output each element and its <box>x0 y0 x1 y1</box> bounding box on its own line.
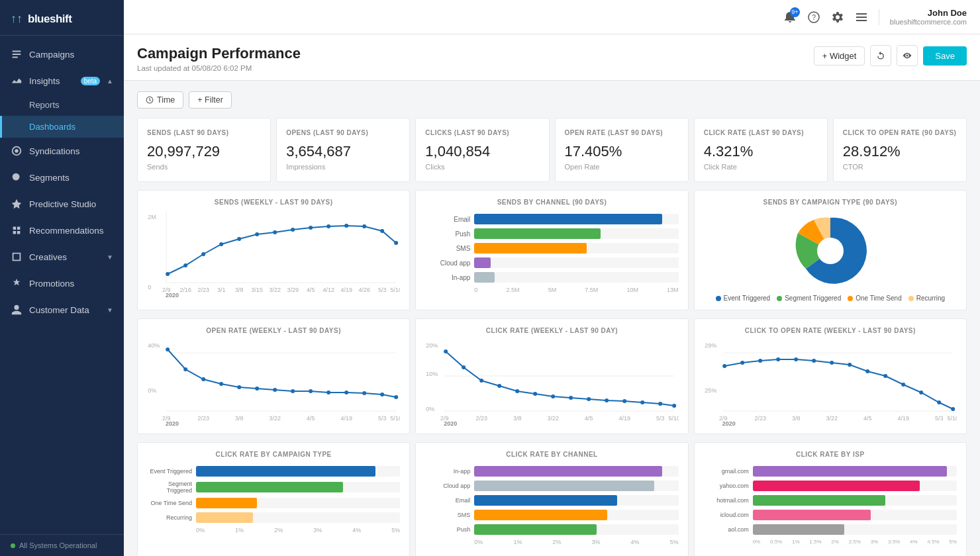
hbar-push2: Push <box>425 524 678 535</box>
svg-point-74 <box>533 392 537 396</box>
legend-rec: Recurring <box>908 295 945 302</box>
svg-point-48 <box>273 388 277 392</box>
help-icon[interactable]: ? <box>807 11 820 24</box>
cr-isp-title: CLICK RATE BY ISP <box>704 451 957 458</box>
sidebar-campaigns-label: Campaigns <box>29 50 113 60</box>
svg-point-106 <box>919 391 923 394</box>
svg-text:3/15: 3/15 <box>251 287 263 293</box>
axis-0: 0 <box>474 287 477 293</box>
svg-point-108 <box>951 407 955 411</box>
axis-2pct: 2% <box>274 527 283 533</box>
svg-rect-4 <box>856 17 867 18</box>
svg-point-82 <box>672 404 676 408</box>
hbar-push: Push <box>425 228 678 239</box>
svg-point-107 <box>937 400 941 404</box>
svg-text:3/8: 3/8 <box>513 415 522 422</box>
menu-icon[interactable] <box>855 11 868 24</box>
svg-text:3/22: 3/22 <box>269 415 281 422</box>
hbar-yahoo-label: yahoo.com <box>704 483 749 489</box>
svg-point-72 <box>497 384 501 388</box>
recommendations-icon <box>11 224 23 236</box>
ctor-weekly-chart: CLICK TO OPEN RATE (WEEKLY - LAST 90 DAY… <box>694 318 967 434</box>
main-content: 9+ ? John Doe blueshiftcommerce.com Camp… <box>124 0 980 556</box>
hbar-aol: aol.com <box>704 524 957 535</box>
syndications-icon <box>11 145 23 157</box>
charts-row-2: OPEN RATE (WEEKLY - LAST 90 DAYS) 40% 0%… <box>137 318 967 434</box>
hbar-cloud2: Cloud app <box>425 481 678 491</box>
axis-3pct: 3% <box>313 527 322 533</box>
stat-opens-label: OPENS (LAST 90 DAYS) <box>286 129 400 136</box>
svg-text:4/5: 4/5 <box>307 287 315 293</box>
add-widget-button[interactable]: + Widget <box>814 46 865 66</box>
channel-axis: 0 2.5M 5M 7.5M 10M 13M <box>425 287 678 293</box>
hbar-cloud2-label: Cloud app <box>425 483 470 489</box>
sidebar-promotions-label: Promotions <box>29 279 113 289</box>
sends-weekly-title: SENDS (WEEKLY - LAST 90 DAYS) <box>147 199 400 206</box>
preview-button[interactable] <box>897 45 918 66</box>
sidebar-item-reports[interactable]: Reports <box>0 94 124 116</box>
stat-card-click-rate: CLICK RATE (LAST 90 DAYS) 4.321% Click R… <box>694 118 828 182</box>
stat-click-rate-label: CLICK RATE (LAST 90 DAYS) <box>704 129 818 136</box>
svg-point-37 <box>817 238 844 264</box>
svg-text:4/19: 4/19 <box>340 287 352 293</box>
svg-text:4/26: 4/26 <box>358 287 370 293</box>
svg-point-18 <box>326 224 330 228</box>
sidebar-segments-label: Segments <box>29 173 113 183</box>
svg-point-52 <box>344 391 348 394</box>
save-button[interactable]: Save <box>923 46 967 66</box>
sidebar-item-predictive-studio[interactable]: Predictive Studio <box>0 191 124 217</box>
sidebar-item-creatives[interactable]: Creatives ▼ <box>0 244 124 270</box>
svg-point-99 <box>794 357 798 361</box>
stat-open-rate-sub: Open Rate <box>565 163 679 171</box>
stat-clicks-value: 1,040,854 <box>425 143 539 160</box>
time-filter-button[interactable]: Time <box>137 91 183 109</box>
svg-point-76 <box>569 396 573 400</box>
hbar-hotmail: hotmail.com <box>704 495 957 506</box>
sidebar-item-recommendations[interactable]: Recommendations <box>0 217 124 244</box>
hbar-sms2-label: SMS <box>425 512 470 518</box>
add-filter-button[interactable]: + Filter <box>189 91 232 109</box>
sends-line <box>168 226 396 274</box>
promotions-icon <box>11 277 23 289</box>
sidebar-item-customer-data[interactable]: Customer Data ▼ <box>0 297 124 323</box>
hbar-push2-label: Push <box>425 526 470 533</box>
svg-rect-5 <box>856 20 867 21</box>
hbar-cloud-label: Cloud app <box>425 259 470 267</box>
status-dot <box>11 543 15 548</box>
aol-bar <box>753 524 845 535</box>
time-label: Time <box>157 95 175 105</box>
svg-point-21 <box>380 229 384 233</box>
sidebar-item-insights[interactable]: Insights beta ▲ <box>0 68 124 94</box>
sidebar-item-segments[interactable]: Segments <box>0 164 124 191</box>
sidebar-item-dashboards[interactable]: Dashboards <box>0 116 124 138</box>
svg-point-13 <box>237 237 241 241</box>
svg-point-80 <box>640 400 644 404</box>
open-rate-svg: 40% 0% 2/9 2/23 3/8 3/22 4/5 4/19 5/3 5/ <box>147 340 400 426</box>
refresh-button[interactable] <box>870 45 891 66</box>
notification-bell[interactable]: 9+ <box>783 11 797 24</box>
customer-data-chevron: ▼ <box>107 306 113 314</box>
svg-point-96 <box>740 361 744 365</box>
sidebar-logo[interactable]: ↑↑ blueshift <box>0 0 124 36</box>
hbar-recurring-label: Recurring <box>147 514 192 521</box>
stat-ctor-value: 28.912% <box>843 143 957 160</box>
settings-icon[interactable] <box>831 11 844 24</box>
svg-text:40%: 40% <box>148 342 160 349</box>
sidebar-item-promotions[interactable]: Promotions <box>0 270 124 297</box>
sidebar-item-syndications[interactable]: Syndications <box>0 138 124 164</box>
svg-text:5/10: 5/10 <box>947 415 957 422</box>
svg-text:3/1: 3/1 <box>217 287 226 293</box>
svg-point-12 <box>219 242 223 246</box>
cr-campaign-title: CLICK RATE BY CAMPAIGN TYPE <box>147 451 400 458</box>
sidebar-item-campaigns[interactable]: Campaigns <box>0 41 124 68</box>
hbar-et-label: Event Triggered <box>147 468 192 475</box>
hbar-sms2: SMS <box>425 510 678 520</box>
charts-row-3: CLICK RATE BY CAMPAIGN TYPE Event Trigge… <box>137 442 967 556</box>
sidebar-dashboards-label: Dashboards <box>29 122 75 132</box>
stat-card-sends: SENDS (LAST 90 DAYS) 20,997,729 Sends <box>137 118 271 182</box>
svg-point-95 <box>722 364 726 368</box>
sms2-bar <box>474 510 607 520</box>
svg-text:29%: 29% <box>705 342 716 349</box>
logo-icon: ↑↑ <box>11 12 23 26</box>
axis-7_5m: 7.5M <box>585 287 598 293</box>
